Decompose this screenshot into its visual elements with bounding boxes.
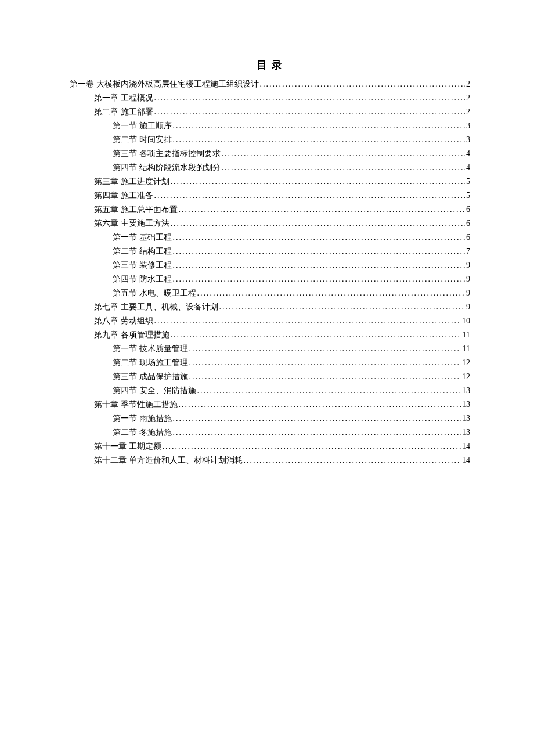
toc-entry[interactable]: 第四节 安全、消防措施13 [70, 387, 470, 395]
toc-entry-label: 第一节 基础工程 [113, 233, 172, 242]
toc-entry-page: 13 [462, 429, 470, 437]
toc-entry-label: 第二章 施工部署 [94, 108, 153, 116]
toc-entry[interactable]: 第十二章 单方造价和人工、材料计划消耗14 [70, 456, 470, 465]
toc-entry[interactable]: 第二节 现场施工管理12 [70, 359, 470, 367]
toc-entry-page: 13 [462, 387, 470, 395]
toc-dot-leader [173, 415, 461, 423]
toc-entry[interactable]: 第十章 季节性施工措施13 [70, 401, 470, 409]
toc-entry-label: 第二节 现场施工管理 [113, 359, 188, 367]
toc-entry[interactable]: 第三章 施工进度计划5 [70, 178, 470, 186]
toc-dot-leader [197, 387, 461, 395]
toc-entry-page: 13 [462, 415, 470, 423]
toc-dot-leader [171, 178, 466, 186]
toc-entry-page: 9 [466, 261, 470, 269]
toc-entry-page: 11 [463, 345, 470, 353]
toc-entry[interactable]: 第一节 雨施措施13 [70, 415, 470, 423]
toc-entry-page: 9 [466, 289, 470, 297]
toc-dot-leader [173, 136, 466, 144]
toc-dot-leader [189, 373, 461, 381]
toc-dot-leader [260, 80, 466, 88]
toc-entry[interactable]: 第三节 装修工程9 [70, 261, 470, 269]
toc-dot-leader [189, 359, 461, 367]
toc-entry-label: 第二节 冬施措施 [113, 429, 172, 437]
toc-entry[interactable]: 第二节 结构工程7 [70, 247, 470, 255]
toc-entry-label: 第十二章 单方造价和人工、材料计划消耗 [94, 456, 243, 465]
toc-entry[interactable]: 第一节 技术质量管理11 [70, 345, 470, 353]
toc-dot-leader [219, 303, 466, 311]
toc-dot-leader [173, 429, 461, 437]
toc-dot-leader [173, 233, 466, 242]
toc-entry[interactable]: 第四章 施工准备5 [70, 192, 470, 200]
toc-entry-label: 第二节 时间安排 [113, 136, 172, 144]
toc-dot-leader [173, 247, 466, 255]
toc-entry-page: 5 [466, 178, 470, 186]
toc-dot-leader [179, 401, 461, 409]
toc-entry[interactable]: 第一节 基础工程6 [70, 233, 470, 242]
toc-entry-label: 第四节 结构阶段流水段的划分 [113, 164, 221, 172]
toc-dot-leader [171, 331, 461, 339]
table-of-contents: 第一卷 大模板内浇外板高层住宅楼工程施工组织设计2第一章 工程概况2第二章 施工… [70, 80, 470, 465]
toc-entry[interactable]: 第二节 冬施措施13 [70, 429, 470, 437]
toc-entry-label: 第四章 施工准备 [94, 192, 153, 200]
toc-entry-page: 4 [466, 164, 470, 172]
toc-entry[interactable]: 第十一章 工期定额14 [70, 442, 470, 451]
toc-entry-page: 10 [462, 317, 470, 325]
toc-entry-label: 第一章 工程概况 [94, 94, 153, 102]
toc-entry[interactable]: 第九章 各项管理措施11 [70, 331, 470, 339]
toc-entry-label: 第一节 施工顺序 [113, 122, 172, 130]
toc-entry[interactable]: 第一章 工程概况2 [70, 94, 470, 102]
toc-entry-page: 2 [466, 108, 470, 116]
toc-dot-leader [222, 150, 466, 158]
toc-entry-label: 第三章 施工进度计划 [94, 178, 169, 186]
toc-entry-label: 第二节 结构工程 [113, 247, 172, 255]
toc-entry[interactable]: 第四节 结构阶段流水段的划分4 [70, 164, 470, 172]
toc-dot-leader [163, 442, 461, 451]
toc-entry[interactable]: 第五章 施工总平面布置6 [70, 206, 470, 214]
toc-entry-page: 4 [466, 150, 470, 158]
toc-entry[interactable]: 第五节 水电、暖卫工程9 [70, 289, 470, 297]
toc-entry[interactable]: 第四节 防水工程9 [70, 275, 470, 283]
toc-entry-label: 第五节 水电、暖卫工程 [113, 289, 196, 297]
toc-entry-page: 2 [466, 80, 470, 88]
toc-entry-label: 第六章 主要施工方法 [94, 219, 169, 228]
toc-dot-leader [197, 289, 466, 297]
toc-entry-label: 第一卷 大模板内浇外板高层住宅楼工程施工组织设计 [70, 80, 259, 88]
document-page: 目 录 第一卷 大模板内浇外板高层住宅楼工程施工组织设计2第一章 工程概况2第二… [0, 0, 534, 756]
toc-dot-leader [171, 219, 466, 228]
toc-entry[interactable]: 第二节 时间安排3 [70, 136, 470, 144]
toc-entry-page: 12 [462, 359, 470, 367]
toc-dot-leader [179, 206, 466, 214]
toc-entry-page: 6 [466, 219, 470, 228]
toc-entry-page: 11 [463, 331, 470, 339]
toc-entry-page: 6 [466, 206, 470, 214]
toc-dot-leader [154, 94, 466, 102]
toc-entry-page: 3 [466, 136, 470, 144]
toc-entry[interactable]: 第一卷 大模板内浇外板高层住宅楼工程施工组织设计2 [70, 80, 470, 88]
toc-entry-label: 第一节 雨施措施 [113, 415, 172, 423]
toc-entry-label: 第九章 各项管理措施 [94, 331, 169, 339]
toc-entry-label: 第三节 装修工程 [113, 261, 172, 269]
toc-entry-label: 第十章 季节性施工措施 [94, 401, 178, 409]
toc-entry-page: 9 [466, 275, 470, 283]
toc-entry-page: 7 [466, 247, 470, 255]
toc-entry-label: 第七章 主要工具、机械、设备计划 [94, 303, 218, 311]
toc-dot-leader [154, 108, 466, 116]
toc-entry-page: 12 [462, 373, 470, 381]
toc-entry[interactable]: 第七章 主要工具、机械、设备计划9 [70, 303, 470, 311]
toc-entry[interactable]: 第二章 施工部署2 [70, 108, 470, 116]
toc-entry[interactable]: 第六章 主要施工方法6 [70, 219, 470, 228]
page-title: 目 录 [70, 58, 470, 72]
toc-entry-label: 第三节 各项主要指标控制要求 [113, 150, 221, 158]
toc-entry-page: 14 [462, 456, 470, 465]
toc-entry[interactable]: 第八章 劳动组织10 [70, 317, 470, 325]
toc-entry-page: 2 [466, 94, 470, 102]
toc-entry[interactable]: 第一节 施工顺序3 [70, 122, 470, 130]
toc-entry-page: 13 [462, 401, 470, 409]
toc-entry-label: 第八章 劳动组织 [94, 317, 153, 325]
toc-entry[interactable]: 第三节 成品保护措施12 [70, 373, 470, 381]
toc-entry-page: 5 [466, 192, 470, 200]
toc-entry-page: 9 [466, 303, 470, 311]
toc-entry-label: 第五章 施工总平面布置 [94, 206, 178, 214]
toc-entry[interactable]: 第三节 各项主要指标控制要求4 [70, 150, 470, 158]
toc-entry-label: 第四节 防水工程 [113, 275, 172, 283]
